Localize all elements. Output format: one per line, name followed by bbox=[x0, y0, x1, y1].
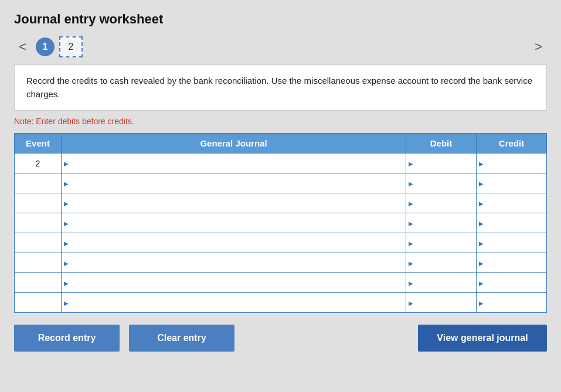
event-input-6[interactable] bbox=[15, 273, 61, 292]
journal-table: Event General Journal Debit Credit bbox=[14, 133, 547, 313]
event-input-5[interactable] bbox=[15, 253, 61, 272]
clear-entry-button[interactable]: Clear entry bbox=[129, 325, 234, 352]
general-journal-input-6[interactable] bbox=[62, 273, 406, 292]
prev-arrow[interactable]: < bbox=[14, 37, 31, 57]
event-input-4[interactable] bbox=[15, 233, 61, 253]
table-row bbox=[15, 233, 547, 253]
debit-input-4[interactable] bbox=[406, 233, 476, 253]
credit-input-2[interactable] bbox=[477, 193, 546, 213]
next-arrow[interactable]: > bbox=[530, 37, 547, 57]
credit-input-4[interactable] bbox=[477, 233, 546, 253]
step-1-circle[interactable]: 1 bbox=[36, 38, 55, 56]
event-input-7[interactable] bbox=[15, 293, 61, 312]
general-journal-input-1[interactable] bbox=[62, 173, 406, 193]
view-general-journal-button[interactable]: View general journal bbox=[418, 325, 547, 352]
step-2-box[interactable]: 2 bbox=[59, 36, 83, 57]
table-row bbox=[15, 213, 547, 233]
col-debit: Debit bbox=[406, 134, 477, 154]
navigation-bar: < 1 2 > bbox=[14, 36, 547, 57]
button-row: Record entry Clear entry View general jo… bbox=[14, 325, 547, 352]
table-row bbox=[15, 253, 547, 273]
table-row bbox=[15, 293, 547, 313]
col-general-journal: General Journal bbox=[62, 134, 406, 154]
credit-input-6[interactable] bbox=[477, 273, 546, 292]
debit-input-7[interactable] bbox=[406, 293, 476, 312]
table-row bbox=[15, 273, 547, 293]
debit-input-0[interactable] bbox=[406, 154, 476, 173]
debit-input-1[interactable] bbox=[406, 173, 476, 193]
col-event: Event bbox=[15, 134, 62, 154]
col-credit: Credit bbox=[477, 134, 547, 154]
general-journal-input-5[interactable] bbox=[62, 253, 406, 272]
table-row bbox=[15, 173, 547, 193]
event-input-2[interactable] bbox=[15, 193, 61, 213]
table-row bbox=[15, 154, 547, 173]
general-journal-input-0[interactable] bbox=[62, 154, 406, 173]
table-row bbox=[15, 193, 547, 213]
credit-input-3[interactable] bbox=[477, 213, 546, 233]
credit-input-0[interactable] bbox=[477, 154, 546, 173]
credit-input-7[interactable] bbox=[477, 293, 546, 312]
event-input-1[interactable] bbox=[15, 173, 61, 193]
note-text: Note: Enter debits before credits. bbox=[14, 117, 547, 126]
debit-input-6[interactable] bbox=[406, 273, 476, 292]
general-journal-input-4[interactable] bbox=[62, 233, 406, 253]
record-entry-button[interactable]: Record entry bbox=[14, 325, 120, 352]
general-journal-input-3[interactable] bbox=[62, 213, 406, 233]
debit-input-2[interactable] bbox=[406, 193, 476, 213]
instruction-box: Record the credits to cash revealed by t… bbox=[14, 64, 547, 111]
event-input-3[interactable] bbox=[15, 213, 61, 233]
page-title: Journal entry worksheet bbox=[14, 12, 547, 27]
credit-input-5[interactable] bbox=[477, 253, 546, 272]
credit-input-1[interactable] bbox=[477, 173, 546, 193]
general-journal-input-2[interactable] bbox=[62, 193, 406, 213]
debit-input-3[interactable] bbox=[406, 213, 476, 233]
event-input-0[interactable] bbox=[15, 154, 61, 173]
general-journal-input-7[interactable] bbox=[62, 293, 406, 312]
debit-input-5[interactable] bbox=[406, 253, 476, 272]
